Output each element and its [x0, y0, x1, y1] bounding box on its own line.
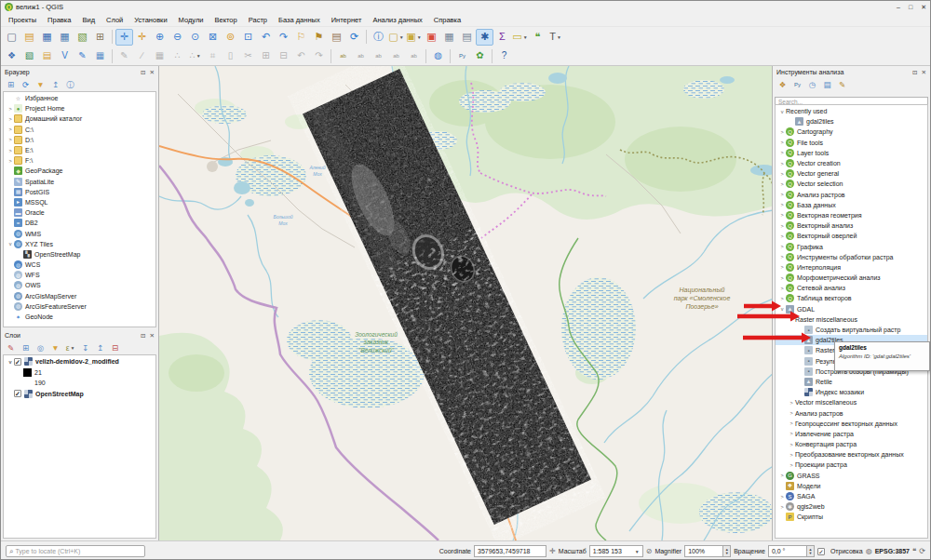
chevron-right-icon[interactable]: > [778, 129, 786, 135]
browser-item-ows[interactable]: ◍OWS [4, 280, 155, 290]
maximize-button[interactable]: □ [909, 4, 912, 11]
spinner-arrows-icon[interactable]: ▲▼ [723, 545, 731, 557]
chevron-right-icon[interactable]: > [778, 140, 786, 145]
zoom-next-button[interactable]: ↷ [275, 29, 292, 46]
refresh-map-button[interactable]: ⟳ [345, 29, 363, 46]
open-project-button[interactable]: ▤ [20, 29, 38, 46]
map-tips-button[interactable]: ❝ [529, 29, 546, 46]
chevron-right-icon[interactable]: > [778, 233, 786, 239]
map-canvas[interactable]: Национальный парк «Смоленское Поозерье»З… [159, 66, 772, 540]
toggle-editing-button[interactable]: ∕ [133, 48, 151, 64]
crs-status[interactable]: EPSG:3857 [875, 548, 910, 554]
digitize-nodes-button[interactable]: ∴▼ [186, 48, 204, 64]
menu-модули[interactable]: Модули [173, 14, 209, 26]
toolbox-item-интерполяция[interactable]: >QИнтерполяция [776, 262, 927, 273]
toolbox-item-vector-general[interactable]: >QVector general [776, 168, 927, 179]
toolbox-item-анализ-растров[interactable]: >QАнализ растров [776, 190, 927, 200]
messages-icon[interactable]: ❝ [912, 547, 916, 555]
properties-widget-button[interactable]: ⓘ [63, 79, 77, 91]
layout-manager-button[interactable]: ⊞ [91, 29, 109, 46]
spinner-arrows-icon[interactable]: ▲▼ [807, 545, 815, 557]
browser-item-oracle[interactable]: ▬Oracle [4, 207, 155, 218]
close-icon[interactable]: ✕ [922, 69, 926, 76]
toolbox-item-база-данных[interactable]: >QБаза данных [776, 200, 927, 210]
browser-item-d-[interactable]: >D:\ [4, 135, 155, 145]
chevron-right-icon[interactable]: > [778, 254, 786, 260]
open-layer-styling-button[interactable]: ✎ [4, 342, 18, 354]
zoom-to-selection-button[interactable]: ⊚ [222, 29, 239, 46]
browser-item-spatialite[interactable]: ✎SpatiaLite [4, 177, 155, 187]
chevron-right-icon[interactable]: > [788, 400, 795, 406]
results-viewer-button[interactable]: ▤ [820, 79, 834, 91]
toolbox-item-saga[interactable]: >SSAGA [776, 491, 927, 501]
toolbox-item-скрипты[interactable]: PСкрипты [776, 512, 927, 522]
chevron-right-icon[interactable]: > [788, 452, 795, 458]
chevron-right-icon[interactable]: > [7, 116, 14, 122]
zoom-native-button[interactable]: ⊙ [186, 29, 204, 46]
toolbox-item-извлечение-растра[interactable]: >Извлечение растра [776, 429, 927, 439]
chevron-right-icon[interactable]: > [778, 504, 786, 510]
menu-проекты[interactable]: Проекты [3, 14, 42, 26]
layer-item-21[interactable]: 21 [4, 367, 155, 379]
save-project-as-button[interactable]: ▦ [56, 29, 74, 46]
measure-button[interactable]: ▭▼ [511, 29, 529, 46]
toolbox-item-qgis2web[interactable]: >✱qgis2web [776, 501, 927, 512]
filter-browser-button[interactable]: ▼ [34, 79, 47, 91]
menu-интернет[interactable]: Интернет [326, 14, 368, 26]
toolbox-item-сетевой-анализ[interactable]: >QСетевой анализ [776, 283, 927, 293]
new-geopackage-layer-button[interactable]: ▧ [20, 48, 38, 64]
toolbox-item-grass[interactable]: >GGRASS [776, 471, 927, 481]
close-icon[interactable]: ✕ [150, 332, 155, 340]
browser-item-домашний-каталог[interactable]: >Домашний каталог [4, 113, 155, 124]
close-icon[interactable]: ✕ [150, 69, 155, 76]
move-label-button[interactable]: ab [370, 48, 387, 64]
expand-all-button[interactable]: ↧ [78, 342, 92, 354]
chevron-right-icon[interactable]: > [788, 431, 795, 436]
browser-item-wfs[interactable]: ◍WFS [4, 270, 155, 280]
menu-база-данных[interactable]: База данных [273, 14, 326, 26]
chevron-down-icon[interactable]: v [778, 306, 786, 312]
chevron-right-icon[interactable]: > [778, 202, 786, 207]
chevron-right-icon[interactable]: > [788, 420, 795, 426]
chevron-right-icon[interactable]: > [788, 410, 795, 416]
chevron-down-icon[interactable]: v [7, 241, 14, 247]
delete-selected-button[interactable]: ▯ [222, 48, 239, 64]
processing-toolbox-button[interactable]: ✱ [476, 29, 493, 46]
render-checkbox[interactable]: ✓ [817, 548, 825, 555]
undo-button[interactable]: ↶ [292, 48, 310, 64]
chevron-right-icon[interactable]: > [778, 192, 786, 197]
browser-item-project-home[interactable]: >●Project Home [4, 103, 155, 113]
chevron-right-icon[interactable]: > [778, 161, 786, 167]
browser-item-geonode[interactable]: ✶GeoNode [4, 312, 155, 322]
bookmark-manager-button[interactable]: ▤ [328, 29, 345, 46]
redo-button[interactable]: ↷ [310, 48, 328, 64]
coordinate-extents-icon[interactable]: ✛ [549, 547, 556, 555]
toolbox-item-layer-tools[interactable]: >QLayer tools [776, 148, 927, 158]
new-from-template-button[interactable]: ▧ [74, 29, 91, 46]
toolbox-item-vector-miscellaneous[interactable]: >Vector miscellaneous [776, 397, 927, 407]
toolbox-item-индекс-мозаики[interactable]: Индекс мозаики [776, 387, 927, 397]
chevron-right-icon[interactable]: > [778, 150, 786, 155]
filter-legend-button[interactable]: ▼ [48, 342, 62, 354]
cut-features-button[interactable]: ✂ [239, 48, 257, 64]
history-button[interactable]: ◷ [805, 79, 819, 91]
python-console-button[interactable]: Py [453, 48, 471, 64]
new-spatialite-layer-button[interactable]: ✎ [74, 48, 91, 64]
chevron-right-icon[interactable]: > [7, 148, 14, 153]
chevron-down-icon[interactable]: v [7, 359, 14, 365]
chevron-down-icon[interactable]: v [788, 316, 795, 322]
scripts-button[interactable]: Py [790, 79, 804, 91]
zoom-to-layer-button[interactable]: ⊡ [239, 29, 257, 46]
chevron-right-icon[interactable]: > [778, 286, 786, 291]
chevron-right-icon[interactable]: > [7, 158, 14, 164]
statistics-summary-button[interactable]: Σ [493, 29, 511, 46]
layer-item-openstreetmap[interactable]: ✓OpenStreetMap [4, 389, 155, 400]
new-memory-layer-button[interactable]: ▦ [91, 48, 109, 64]
toolbox-item-геопроцессинг-векторных-данных[interactable]: >Геопроцессинг векторных данных [776, 419, 927, 429]
collapse-all-layers-button[interactable]: ↥ [93, 342, 107, 354]
toolbox-item-file-tools[interactable]: >QFile tools [776, 138, 927, 148]
refresh-indicator-icon[interactable]: ⟳ [919, 547, 925, 555]
toolbox-item-recently-used[interactable]: vRecently used [776, 106, 927, 116]
layer-item-velizh-demidov-2-modified[interactable]: v✓velizh-demidov-2_modified [4, 356, 155, 367]
collapse-all-button[interactable]: ↥ [48, 79, 62, 91]
